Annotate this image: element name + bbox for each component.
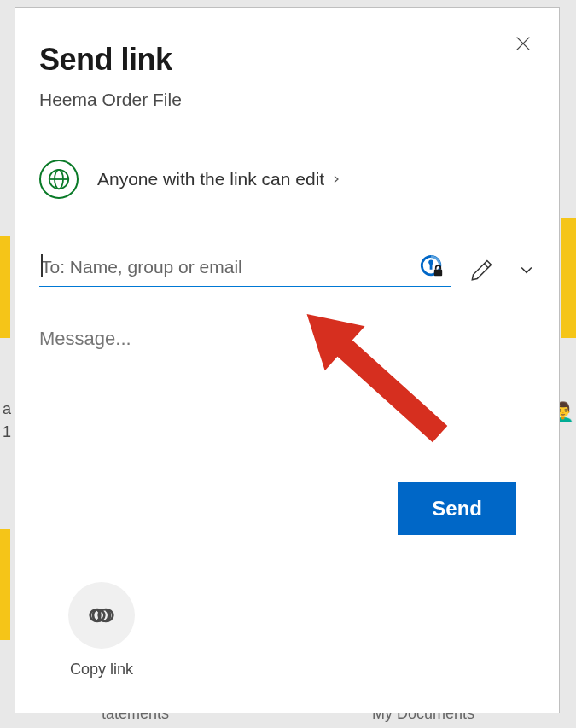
chevron-right-icon xyxy=(331,172,341,186)
dialog-header: Send link Heema Order File xyxy=(39,42,535,110)
chevron-down-icon xyxy=(518,261,535,278)
bg-1: 1 xyxy=(3,421,11,444)
svg-rect-7 xyxy=(430,264,433,270)
svg-rect-8 xyxy=(434,270,442,277)
globe-icon xyxy=(39,160,79,199)
message-input[interactable] xyxy=(39,328,535,394)
bg-folder-tile xyxy=(561,218,576,338)
link-icon xyxy=(84,598,119,632)
copy-link-section: Copy link xyxy=(68,582,135,678)
bg-folder-tile xyxy=(0,236,10,338)
dialog-title: Send link xyxy=(39,42,535,78)
pencil-icon xyxy=(470,258,494,282)
bg-folder-tile xyxy=(0,529,10,640)
recipient-row xyxy=(39,252,535,287)
copy-link-label: Copy link xyxy=(70,661,133,678)
bg-a: a xyxy=(3,398,11,421)
send-link-dialog: Send link Heema Order File Anyone with t… xyxy=(15,7,560,713)
send-button[interactable]: Send xyxy=(398,482,516,535)
close-icon xyxy=(514,34,532,53)
authenticator-lock-icon xyxy=(419,253,445,282)
to-field-wrap xyxy=(39,252,451,287)
copy-link-button[interactable] xyxy=(68,582,135,649)
svg-line-9 xyxy=(484,264,488,268)
close-button[interactable] xyxy=(506,26,540,61)
permission-dropdown-button[interactable] xyxy=(518,261,535,278)
link-permission-text: Anyone with the link can edit xyxy=(97,169,535,189)
bg-left-text: a 1 xyxy=(3,398,11,444)
link-permission-button[interactable]: Anyone with the link can edit xyxy=(39,160,535,199)
recipient-input[interactable] xyxy=(39,252,451,287)
edit-permission-button[interactable] xyxy=(470,258,494,282)
link-permission-label: Anyone with the link can edit xyxy=(97,169,324,189)
dialog-subtitle: Heema Order File xyxy=(39,90,535,110)
text-cursor xyxy=(41,254,43,277)
